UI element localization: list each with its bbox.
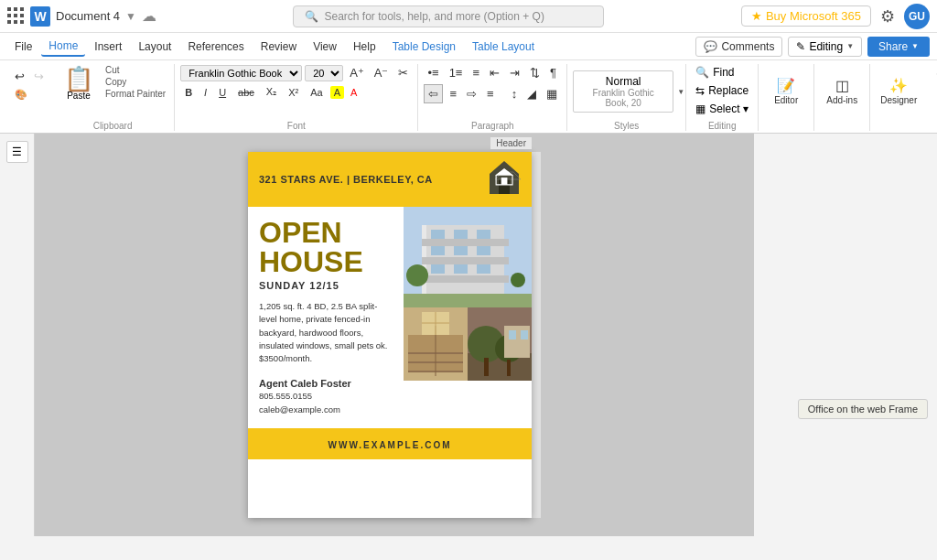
align-right-button[interactable]: ⇨: [463, 85, 480, 102]
select-button[interactable]: ▦ Select ▾: [692, 101, 752, 117]
ribbon-collapse-button[interactable]: ⌃: [931, 68, 937, 85]
editing-group-label: Editing: [692, 119, 752, 131]
select-label: Select ▾: [709, 102, 749, 115]
editor-button[interactable]: 📝 Editor: [764, 68, 808, 115]
autosave-icon[interactable]: ☁: [142, 7, 156, 25]
cut-button[interactable]: Cut: [102, 64, 168, 76]
editing-button[interactable]: ✎ Editing ▼: [788, 37, 862, 57]
buy-ms365-label: Buy Microsoft 365: [766, 9, 861, 23]
flyer-address: 321 STARS AVE. | BERKELEY, CA: [259, 174, 433, 185]
font-name-select[interactable]: Franklin Gothic Book: [180, 65, 302, 81]
justify-button[interactable]: ≡: [483, 85, 498, 102]
comments-button[interactable]: 💬 Comments: [695, 37, 782, 57]
find-icon: 🔍: [695, 66, 709, 79]
menu-table-design[interactable]: Table Design: [385, 38, 463, 56]
buy-ms365-button[interactable]: ★ Buy Microsoft 365: [741, 5, 871, 27]
paragraph-group: •≡ 1≡ ≡ ⇤ ⇥ ⇅ ¶ ⇦ ≡ ⇨ ≡ ↕ ◢ ▦ Paragraph: [418, 64, 567, 131]
line-spacing-button[interactable]: ↕: [508, 85, 522, 102]
bold-button[interactable]: B: [180, 85, 197, 100]
shrink-font-button[interactable]: A⁻: [371, 64, 393, 81]
multilevel-list-button[interactable]: ≡: [468, 64, 483, 81]
underline-button[interactable]: U: [214, 85, 231, 100]
italic-button[interactable]: I: [199, 85, 211, 100]
editing-group: 🔍 Find ⇆ Replace ▦ Select ▾ Editing: [686, 64, 759, 131]
strikethrough-button[interactable]: abc: [233, 85, 259, 100]
website-text: WWW.EXAMPLE.COM: [328, 440, 452, 450]
sort-button[interactable]: ⇅: [526, 64, 544, 81]
copy-button[interactable]: Copy: [102, 76, 168, 88]
font-size-select[interactable]: 20: [305, 65, 343, 81]
clear-formatting-button[interactable]: ✂: [394, 64, 412, 81]
svg-rect-16: [431, 246, 445, 255]
settings-icon[interactable]: ⚙: [880, 6, 895, 27]
document-scrollbar[interactable]: [532, 152, 541, 518]
shading-button[interactable]: ◢: [523, 85, 540, 102]
svg-rect-39: [507, 360, 511, 376]
menu-references[interactable]: References: [180, 38, 251, 56]
addins-label: Add-ins: [826, 95, 857, 105]
align-left-button[interactable]: ⇦: [424, 84, 443, 103]
search-box[interactable]: 🔍 Search for tools, help, and more (Opti…: [293, 5, 604, 27]
agent-name: Agent Caleb Foster: [259, 378, 393, 389]
superscript-button[interactable]: X²: [284, 85, 303, 100]
highlight-color-button[interactable]: A: [330, 86, 344, 99]
replace-button[interactable]: ⇆ Replace: [692, 82, 752, 99]
svg-rect-19: [431, 264, 445, 274]
menu-file[interactable]: File: [7, 38, 39, 56]
svg-rect-38: [484, 358, 489, 376]
menu-review[interactable]: Review: [253, 38, 304, 56]
addins-button[interactable]: ◫ Add-ins: [820, 68, 864, 115]
menu-insert[interactable]: Insert: [87, 38, 129, 56]
svg-rect-41: [509, 330, 516, 339]
format-painter-small-button[interactable]: Format Painter: [102, 88, 168, 100]
building-photo: [404, 207, 532, 307]
styles-expand-icon[interactable]: ▼: [677, 88, 684, 96]
styles-group: Normal Franklin Gothic Book, 20 ▼ Styles: [567, 64, 686, 131]
paste-button[interactable]: 📋 Paste: [57, 64, 101, 103]
borders-button[interactable]: ▦: [543, 85, 561, 102]
svg-rect-13: [431, 230, 445, 239]
navigation-pane-button[interactable]: ☰: [6, 141, 28, 163]
numbered-list-button[interactable]: 1≡: [446, 64, 467, 81]
menu-bar: File Home Insert Layout References Revie…: [0, 33, 937, 60]
open-house-title1: OPEN: [259, 218, 393, 247]
menu-view[interactable]: View: [306, 38, 344, 56]
bullet-list-button[interactable]: •≡: [424, 64, 442, 81]
format-painter-button[interactable]: 🎨: [11, 87, 48, 102]
svg-point-23: [511, 273, 525, 287]
menu-table-layout[interactable]: Table Layout: [465, 38, 542, 56]
svg-rect-20: [454, 264, 468, 274]
ms365-icon: ★: [751, 9, 762, 23]
svg-rect-10: [422, 239, 509, 246]
svg-rect-18: [477, 246, 490, 255]
styles-label: Styles: [573, 119, 680, 131]
paste-icon: 📋: [64, 67, 93, 91]
share-dropdown-icon: ▼: [911, 42, 919, 50]
agent-email: caleb@example.com: [259, 403, 393, 416]
show-paragraph-button[interactable]: ¶: [546, 64, 560, 81]
share-button[interactable]: Share ▼: [867, 37, 930, 57]
grow-font-button[interactable]: A⁺: [346, 64, 368, 81]
change-case-button[interactable]: Aa: [306, 85, 327, 100]
apps-icon[interactable]: [7, 7, 25, 25]
outdent-button[interactable]: ⇤: [486, 64, 503, 81]
indent-button[interactable]: ⇥: [506, 64, 523, 81]
styles-box[interactable]: Normal Franklin Gothic Book, 20: [573, 70, 673, 113]
web-frame-label: Office on the web Frame: [808, 404, 918, 415]
avatar[interactable]: GU: [904, 4, 930, 29]
menu-home[interactable]: Home: [41, 37, 85, 57]
redo-button[interactable]: ↪: [30, 68, 48, 85]
find-button[interactable]: 🔍 Find: [692, 64, 738, 81]
undo-button[interactable]: ↩: [11, 68, 28, 85]
designer-button[interactable]: ✨ Designer: [876, 68, 921, 115]
editor-label: Editor: [774, 95, 798, 105]
menu-layout[interactable]: Layout: [131, 38, 178, 56]
font-color-button[interactable]: A: [347, 86, 361, 99]
flyer-footer: WWW.EXAMPLE.COM: [248, 428, 532, 459]
menu-help[interactable]: Help: [346, 38, 383, 56]
align-center-button[interactable]: ≡: [446, 85, 460, 102]
title-bar-menu[interactable]: ▼: [125, 10, 136, 23]
document-canvas[interactable]: Header 321 STARS AVE. | BERKELEY, CA: [35, 134, 754, 536]
search-placeholder: Search for tools, help, and more (Option…: [324, 10, 544, 23]
subscript-button[interactable]: X₂: [262, 84, 281, 100]
